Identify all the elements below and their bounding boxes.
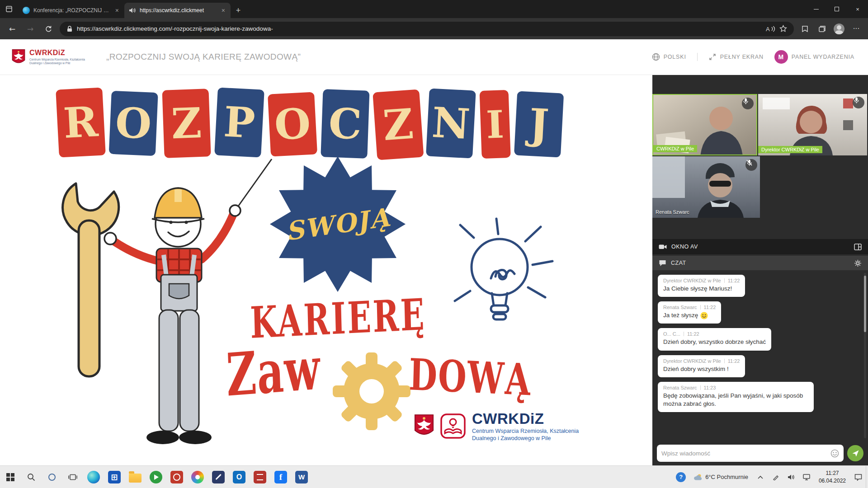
popout-av-button[interactable] bbox=[854, 244, 862, 250]
search-icon bbox=[27, 473, 35, 481]
browser-profile-button[interactable] bbox=[833, 23, 845, 35]
video-tile-dyrektor[interactable]: Dyrektor CWRKDiZ w Pile bbox=[758, 94, 867, 155]
letter: C bbox=[328, 99, 363, 149]
file-explorer-icon bbox=[129, 474, 142, 483]
crest-icon bbox=[414, 414, 434, 438]
taskbar-app-explorer[interactable] bbox=[125, 466, 146, 488]
edge-icon bbox=[87, 471, 100, 483]
task-view-button[interactable] bbox=[62, 466, 83, 488]
cwrkdiz-app-icon bbox=[254, 471, 266, 483]
chat-input-row bbox=[657, 445, 863, 462]
mic-button[interactable] bbox=[853, 97, 864, 108]
event-panel-button[interactable]: M PANEL WYDARZENIA bbox=[774, 50, 854, 64]
letter-tile: I bbox=[480, 90, 511, 159]
favorites-button[interactable] bbox=[798, 23, 811, 35]
chat-message: Dyrektor CWRKDiZ w Pile11:22 Ja Ciebie s… bbox=[658, 275, 745, 297]
tab-actions-button[interactable] bbox=[0, 0, 18, 18]
fullscreen-label: PEŁNY EKRAN bbox=[720, 54, 764, 60]
chat-bubble-icon bbox=[659, 259, 666, 267]
tab-close-icon[interactable]: × bbox=[114, 7, 120, 14]
letter: O bbox=[114, 98, 153, 148]
mic-icon bbox=[853, 97, 860, 104]
av-window-label: OKNO AV bbox=[671, 244, 698, 250]
event-panel-label: PANEL WYDARZENIA bbox=[792, 54, 854, 60]
taskbar-app-paint[interactable] bbox=[187, 466, 208, 488]
taskbar-app-red[interactable] bbox=[166, 466, 187, 488]
profile-avatar bbox=[834, 23, 844, 34]
mic-button[interactable] bbox=[742, 98, 754, 109]
popout-layout-icon bbox=[854, 244, 862, 250]
video-tile-renata[interactable]: Renata Szwarc bbox=[652, 156, 760, 218]
brand-subtitle: Centrum Wsparcia Rzemiosła, Kształcenia … bbox=[29, 58, 88, 65]
letter-tile: Z bbox=[373, 89, 424, 160]
message-author: O... C... bbox=[663, 331, 680, 337]
back-button[interactable]: ← bbox=[5, 22, 19, 36]
browser-menu-button[interactable]: ··· bbox=[850, 23, 863, 35]
video-tile-cwrkdiz[interactable]: CWRKDiZ w Pile bbox=[652, 94, 757, 155]
new-tab-button[interactable]: + bbox=[231, 3, 246, 18]
refresh-icon bbox=[45, 25, 52, 33]
fullscreen-icon bbox=[708, 53, 717, 61]
outlook-icon bbox=[233, 471, 245, 483]
send-icon bbox=[852, 450, 859, 457]
tray-pen-button[interactable] bbox=[768, 466, 783, 488]
forward-button[interactable]: → bbox=[24, 22, 37, 36]
window-close-button[interactable]: × bbox=[847, 0, 868, 18]
screen: Konferencja: „ROZPOCZNIJ SWO × https://a… bbox=[0, 0, 868, 488]
help-button[interactable]: ? bbox=[673, 466, 689, 488]
browser-tab-active[interactable]: https://ascwrkdiz.clickmeet × bbox=[124, 3, 231, 18]
system-tray: ? 6°C Pochmurnie 11:27 06.04.2022 bbox=[673, 466, 868, 488]
chat-message-input[interactable] bbox=[661, 450, 827, 457]
tray-speaker-button[interactable] bbox=[783, 466, 799, 488]
weather-widget[interactable]: 6°C Pochmurnie bbox=[689, 473, 753, 481]
read-aloud-icon[interactable]: A bbox=[766, 25, 776, 33]
window-minimize-button[interactable] bbox=[806, 0, 826, 18]
taskbar-app-edge[interactable] bbox=[83, 466, 104, 488]
taskbar-app-store[interactable] bbox=[104, 466, 125, 488]
taskbar-app-facebook[interactable] bbox=[270, 466, 291, 488]
taskbar-app-outlook[interactable] bbox=[229, 466, 250, 488]
facebook-icon bbox=[274, 471, 287, 483]
meeting-sidebar: CWRKDiZ w Pile Dyrektor CWRKDiZ w P bbox=[652, 75, 868, 465]
add-favorite-star-icon[interactable] bbox=[779, 25, 788, 33]
clock-widget[interactable]: 11:27 06.04.2022 bbox=[814, 469, 850, 484]
search-button[interactable] bbox=[21, 466, 42, 488]
window-maximize-button[interactable] bbox=[826, 0, 847, 18]
network-icon bbox=[803, 474, 810, 480]
letter-tile: J bbox=[514, 91, 564, 157]
taskbar-app-notes[interactable] bbox=[208, 466, 229, 488]
notes-icon bbox=[212, 471, 225, 483]
tab-close-icon[interactable]: × bbox=[221, 7, 226, 14]
taskbar-app-cwrkdiz[interactable] bbox=[250, 466, 270, 488]
red-app-icon bbox=[170, 471, 183, 483]
letter-tile: O bbox=[268, 92, 317, 156]
minimize-icon bbox=[814, 9, 819, 9]
chat-scrollbar[interactable] bbox=[864, 273, 866, 438]
word-icon bbox=[295, 471, 308, 483]
fullscreen-button[interactable]: PEŁNY EKRAN bbox=[708, 53, 764, 61]
notification-center-button[interactable] bbox=[850, 466, 866, 488]
collections-button[interactable] bbox=[816, 23, 828, 35]
language-button[interactable]: POLSKI bbox=[652, 53, 686, 61]
chevron-up-icon bbox=[758, 475, 763, 479]
taskbar-app-word[interactable] bbox=[291, 466, 312, 488]
message-time: 11:22 bbox=[687, 331, 699, 337]
show-desktop-button[interactable] bbox=[866, 466, 868, 488]
mic-muted-button[interactable] bbox=[745, 159, 757, 171]
tray-network-button[interactable] bbox=[799, 466, 814, 488]
chat-settings-button[interactable] bbox=[854, 259, 862, 267]
scrollbar-thumb[interactable] bbox=[864, 276, 866, 332]
letter: J bbox=[528, 99, 550, 149]
tray-chevron-button[interactable] bbox=[753, 466, 768, 488]
browser-tab-conference[interactable]: Konferencja: „ROZPOCZNIJ SWO × bbox=[18, 3, 124, 18]
notification-icon bbox=[854, 474, 862, 481]
send-message-button[interactable] bbox=[847, 445, 863, 461]
refresh-button[interactable] bbox=[42, 22, 55, 36]
app-header: CWRKDiZ Centrum Wsparcia Rzemiosła, Kszt… bbox=[0, 39, 868, 75]
emoji-button[interactable] bbox=[830, 449, 839, 458]
start-button[interactable] bbox=[0, 466, 21, 488]
address-bar[interactable]: https://ascwrkdiz.clickmeeting.com/-rozp… bbox=[60, 22, 794, 36]
cortana-button[interactable] bbox=[42, 466, 62, 488]
taskbar-app-green[interactable] bbox=[146, 466, 166, 488]
message-time: 11:22 bbox=[704, 305, 716, 310]
